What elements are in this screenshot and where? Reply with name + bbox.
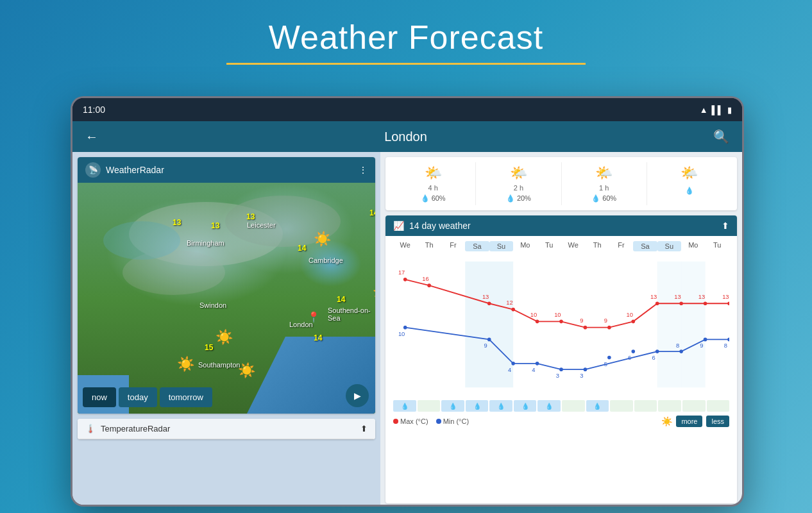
svg-point-43: [679, 349, 683, 353]
rain-cell-11: [634, 400, 657, 412]
day-su2: Su: [657, 241, 681, 251]
svg-point-41: [631, 349, 635, 353]
svg-point-17: [656, 301, 659, 305]
svg-point-8: [403, 278, 407, 282]
svg-point-13: [559, 320, 563, 324]
tomorrow-button[interactable]: tomorrow: [160, 387, 212, 407]
rain-cell-7: 💧: [537, 400, 561, 412]
page-title: Weather Forecast: [0, 0, 812, 56]
day-we2: We: [561, 241, 585, 251]
svg-point-42: [656, 349, 659, 353]
forecast-hours-1: 4 h: [428, 184, 437, 192]
svg-point-45: [727, 338, 729, 342]
rain-drop-6: 💧: [521, 403, 529, 410]
forecast-hours-3: 1 h: [599, 184, 609, 192]
right-panel: 🌤️ 4 h 💧 60% 🌤️ 2 h 💧 20% 🌤️ 1 h 💧 60% 🌤…: [380, 152, 742, 507]
svg-text:10: 10: [530, 312, 537, 318]
max-dot: [393, 419, 398, 424]
svg-text:13: 13: [698, 294, 705, 300]
chart-icon: 📈: [393, 221, 404, 231]
weather-14-share[interactable]: ⬆: [722, 221, 729, 231]
svg-text:16: 16: [422, 276, 428, 282]
map-temp-5: 14: [298, 244, 306, 253]
forecast-item-4: 🌤️ 💧: [647, 162, 732, 205]
rain-cell-4: 💧: [466, 400, 489, 412]
svg-text:10: 10: [626, 312, 632, 318]
day-sa: Sa: [465, 241, 489, 251]
svg-point-35: [487, 338, 491, 342]
svg-point-36: [511, 362, 515, 366]
svg-text:6: 6: [628, 355, 631, 361]
map-label-southampton: Southampton: [198, 361, 240, 369]
top-bar: ← London 🔍: [72, 121, 742, 152]
more-button[interactable]: more: [676, 416, 702, 427]
london-pin: 📍: [307, 311, 320, 323]
rain-drop-5: 💧: [497, 403, 505, 410]
forecast-icon-4: 🌤️: [681, 165, 698, 181]
tablet-frame: 11:00 ▲ ▌▌ ▮ ← London 🔍 📡 WeatherRadar ⋮: [71, 96, 744, 507]
svg-point-39: [584, 367, 588, 371]
svg-text:13: 13: [650, 294, 657, 300]
temp-radar-share[interactable]: ⬆: [360, 424, 368, 433]
svg-point-3: [103, 221, 180, 260]
day-we: We: [393, 241, 417, 251]
map-temp-7: 14: [314, 333, 322, 342]
radar-icon: 📡: [85, 162, 101, 178]
min-legend: Min (°C): [436, 417, 469, 425]
svg-point-15: [607, 326, 611, 330]
day-fr2: Fr: [609, 241, 633, 251]
svg-point-44: [704, 338, 707, 342]
weather-radar-title: WeatherRadar: [106, 165, 164, 175]
weather-radar-share[interactable]: ⋮: [359, 165, 368, 175]
search-button[interactable]: 🔍: [711, 126, 732, 147]
svg-point-20: [727, 301, 729, 305]
svg-text:13: 13: [674, 294, 681, 300]
svg-rect-7: [681, 262, 705, 388]
max-label: Max (°C): [400, 417, 428, 425]
weather-14-title: 14 day weather: [409, 221, 471, 231]
rain-drop-4: 💧: [473, 403, 481, 410]
weather-14-day-card: 📈 14 day weather ⬆ We Th Fr Sa Su Mo Tu: [385, 215, 737, 503]
rain-cell-9: 💧: [586, 400, 609, 412]
svg-point-14: [584, 326, 588, 330]
now-button[interactable]: now: [83, 387, 116, 407]
svg-point-38: [559, 367, 563, 371]
day-tu: Tu: [537, 241, 561, 251]
sun-icon-4: ☀️: [216, 329, 233, 346]
battery-icon: ▮: [727, 105, 732, 115]
svg-text:10: 10: [554, 312, 561, 318]
svg-text:6: 6: [652, 355, 655, 361]
day-su: Su: [489, 241, 513, 251]
weather-map[interactable]: Birmingham Leicester Cambridge Norwich S…: [78, 183, 375, 414]
temperature-chart: 17 16 13 12 10 10 9 9 10 13 13 13: [393, 254, 729, 395]
svg-rect-4: [465, 262, 489, 388]
svg-point-12: [536, 320, 539, 324]
widget-header-left: 📡 WeatherRadar: [85, 162, 164, 178]
rain-cell-12: [658, 400, 681, 412]
svg-text:8: 8: [676, 342, 679, 349]
rain-cell-3: 💧: [441, 400, 464, 412]
status-icons: ▲ ▌▌ ▮: [700, 105, 732, 115]
sun-icon-5: ☀️: [238, 362, 255, 379]
city-title: London: [101, 130, 711, 144]
forecast-rain-4: 💧: [685, 187, 694, 195]
day-labels-row: We Th Fr Sa Su Mo Tu We Th Fr Sa Su Mo T…: [393, 241, 729, 251]
today-button[interactable]: today: [119, 387, 157, 407]
max-legend: Max (°C): [393, 417, 428, 425]
map-label-southend: Southend-on-Sea: [328, 307, 375, 322]
play-button[interactable]: ▶: [346, 384, 369, 407]
map-label-swindon: Swindon: [199, 301, 226, 309]
weather-14-header-left: 📈 14 day weather: [393, 221, 471, 231]
less-button[interactable]: less: [706, 416, 729, 427]
signal-icon: ▌▌: [712, 105, 723, 115]
rain-cell-1: 💧: [393, 400, 416, 412]
status-bar: 11:00 ▲ ▌▌ ▮: [72, 98, 742, 121]
map-temp-3: 13: [246, 212, 255, 221]
svg-text:9: 9: [580, 317, 583, 324]
forecast-icon-2: 🌤️: [510, 165, 527, 181]
forecast-icon-1: 🌤️: [425, 165, 442, 181]
back-button[interactable]: ←: [83, 127, 101, 147]
forecast-item-1: 🌤️ 4 h 💧 60%: [391, 162, 476, 205]
svg-text:9: 9: [604, 317, 607, 324]
content-area: 📡 WeatherRadar ⋮: [72, 152, 742, 507]
